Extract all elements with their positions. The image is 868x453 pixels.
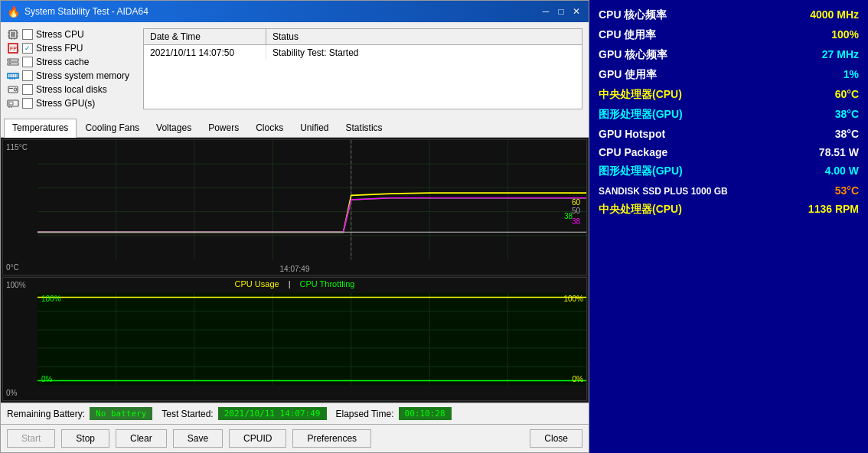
right-panel: CPU 核心频率 4000 MHz CPU 使用率 100% GPU 核心频率 … <box>589 0 868 453</box>
stat-value-6: 38°C <box>835 128 859 140</box>
charts-area: ☑ Motherboard ☑ CPU ☑ GPU ☑ GPU Hotspot <box>1 138 589 402</box>
stress-cpu-checkbox[interactable] <box>22 29 33 40</box>
main-window: 🔥 System Stability Test - AIDA64 ─ □ ✕ S… <box>0 0 589 453</box>
tab-unified[interactable]: Unified <box>292 119 337 137</box>
log-header: Date & Time Status <box>144 29 582 45</box>
cpu-usage-legend-label: CPU Usage <box>235 279 279 288</box>
battery-label: Remaining Battery: <box>7 409 85 419</box>
cpu-y-axis: 100% 0% <box>3 278 38 400</box>
stat-label-7: CPU Package <box>599 146 667 158</box>
stat-row-1: CPU 使用率 100% <box>599 26 859 44</box>
log-col-datetime: Date & Time <box>144 29 266 44</box>
disk-icon <box>7 83 19 96</box>
stop-button[interactable]: Stop <box>61 429 109 448</box>
start-button[interactable]: Start <box>7 429 55 448</box>
app-icon: 🔥 <box>7 5 20 18</box>
cpuid-button[interactable]: CPUID <box>229 429 286 448</box>
maximize-button[interactable]: □ <box>555 5 567 18</box>
log-row: 2021/10/11 14:07:50 Stability Test: Star… <box>144 45 582 60</box>
memory-icon <box>7 70 19 82</box>
temp-y-axis: 115°C 0°C <box>3 140 38 275</box>
cpu-top-left-pct: 100% <box>41 295 61 303</box>
cpu-chart-legend: CPU Usage | CPU Throttling <box>235 279 355 288</box>
svg-text:FPU: FPU <box>10 46 19 51</box>
tab-cooling-fans[interactable]: Cooling Fans <box>77 119 148 137</box>
cpu-top-label: 100% <box>6 281 34 289</box>
preferences-button[interactable]: Preferences <box>292 429 371 448</box>
tab-powers[interactable]: Powers <box>200 119 247 137</box>
temp-top-label: 115°C <box>6 143 34 152</box>
button-bar: Start Stop Clear Save CPUID Preferences … <box>1 424 589 452</box>
cpu-bottom-left-pct: 0% <box>41 375 52 383</box>
log-cell-datetime: 2021/10/11 14:07:50 <box>144 45 266 60</box>
svg-rect-29 <box>9 102 13 105</box>
stress-cpu-label: Stress CPU <box>36 29 84 40</box>
test-started-value: 2021/10/11 14:07:49 <box>218 407 327 420</box>
stress-disks-item[interactable]: Stress local disks <box>7 83 137 96</box>
stress-fpu-checkbox[interactable]: ✓ <box>22 43 33 54</box>
tab-clocks[interactable]: Clocks <box>247 119 292 137</box>
stress-cache-item[interactable]: Stress cache <box>7 56 137 68</box>
cpu-bottom-label: 0% <box>6 389 34 397</box>
stress-gpu-item[interactable]: Stress GPU(s) <box>7 97 137 109</box>
stress-cache-checkbox[interactable] <box>22 57 33 67</box>
stat-value-1: 100% <box>831 28 859 41</box>
fpu-icon: FPU <box>7 42 19 54</box>
stat-row-4: 中央处理器(CPU) 60°C <box>599 86 859 104</box>
temp-label-50: 50 <box>572 207 580 215</box>
title-bar-left: 🔥 System Stability Test - AIDA64 <box>7 5 148 18</box>
svg-rect-45 <box>38 293 586 385</box>
stress-memory-item[interactable]: Stress system memory <box>7 70 137 82</box>
gpu-icon <box>7 97 19 109</box>
stress-disks-checkbox[interactable] <box>22 84 33 95</box>
battery-status: Remaining Battery: No battery <box>7 407 152 420</box>
stat-row-7: CPU Package 78.51 W <box>599 144 859 161</box>
stat-label-3: GPU 使用率 <box>599 68 657 82</box>
svg-rect-1 <box>11 32 15 37</box>
temp-chart-inner <box>38 140 586 259</box>
elapsed-time-status: Elapsed Time: 00:10:28 <box>336 407 452 420</box>
temp-chart-svg <box>38 140 586 259</box>
stress-fpu-item[interactable]: FPU ✓ Stress FPU <box>7 42 137 54</box>
svg-rect-14 <box>9 60 11 60</box>
stat-value-7: 78.51 W <box>819 146 859 158</box>
stress-gpu-checkbox[interactable] <box>22 98 33 109</box>
close-window-button[interactable]: ✕ <box>570 5 582 18</box>
stat-label-2: GPU 核心频率 <box>599 48 667 62</box>
tab-temperatures[interactable]: Temperatures <box>4 119 77 138</box>
cache-icon <box>7 56 19 68</box>
stress-memory-checkbox[interactable] <box>22 70 33 81</box>
temp-time-label: 14:07:49 <box>280 265 310 273</box>
tabs-bar: Temperatures Cooling Fans Voltages Power… <box>1 116 589 138</box>
cpu-usage-chart: CPU Usage | CPU Throttling 100% 0% <box>2 277 587 401</box>
title-controls: ─ □ ✕ <box>540 5 582 18</box>
stat-row-0: CPU 核心频率 4000 MHz <box>599 6 859 24</box>
svg-rect-24 <box>8 86 18 93</box>
title-bar: 🔥 System Stability Test - AIDA64 ─ □ ✕ <box>1 1 589 22</box>
temp-label-38b: 38 <box>572 217 580 226</box>
stat-label-6: GPU Hotspot <box>599 128 665 140</box>
stat-label-10: 中央处理器(CPU) <box>599 203 682 217</box>
clear-button[interactable]: Clear <box>116 429 167 448</box>
tab-voltages[interactable]: Voltages <box>148 119 200 137</box>
stress-memory-label: Stress system memory <box>36 70 129 81</box>
tab-statistics[interactable]: Statistics <box>338 119 391 137</box>
stress-gpu-label: Stress GPU(s) <box>36 98 95 109</box>
svg-rect-32 <box>38 140 586 259</box>
log-col-status: Status <box>266 29 305 44</box>
svg-point-26 <box>15 90 16 90</box>
test-started-label: Test Started: <box>162 409 213 419</box>
separator: | <box>289 279 291 288</box>
stress-cpu-item[interactable]: Stress CPU <box>7 28 137 41</box>
stat-value-9: 53°C <box>835 184 859 197</box>
save-button[interactable]: Save <box>173 429 223 448</box>
checkbox-panel: Stress CPU FPU ✓ Stress FPU Stress c <box>7 28 137 109</box>
stat-row-9: SANDISK SSD PLUS 1000 GB 53°C <box>599 182 859 199</box>
stat-row-3: GPU 使用率 1% <box>599 66 859 84</box>
stat-row-5: 图形处理器(GPU) 38°C <box>599 106 859 124</box>
minimize-button[interactable]: ─ <box>540 5 552 18</box>
elapsed-label: Elapsed Time: <box>336 409 394 419</box>
elapsed-value: 00:10:28 <box>399 407 452 420</box>
close-button[interactable]: Close <box>530 429 582 448</box>
temperature-chart: ☑ Motherboard ☑ CPU ☑ GPU ☑ GPU Hotspot <box>2 139 587 275</box>
